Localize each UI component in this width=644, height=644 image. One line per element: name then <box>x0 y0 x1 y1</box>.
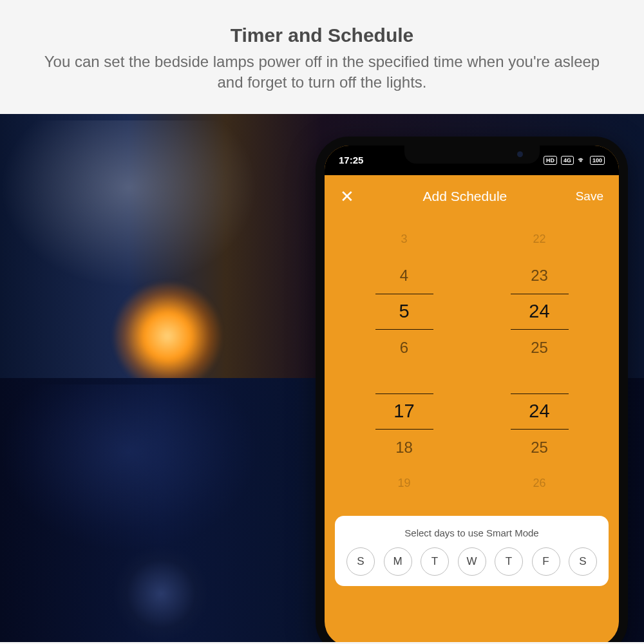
picker-cell-selected[interactable]: 5 <box>375 294 433 330</box>
status-time: 17:25 <box>339 155 363 166</box>
phone-notch <box>404 146 540 164</box>
marketing-header: Timer and Schedule You can set the bedsi… <box>0 0 644 114</box>
days-row: S M T W T F S <box>344 547 600 576</box>
day-chip-sun[interactable]: S <box>346 547 375 576</box>
bed-illustration <box>0 384 258 552</box>
smart-mode-days-card: Select days to use Smart Mode S M T W T … <box>335 516 609 586</box>
picker-col-right[interactable]: 22 23 24 25 26 <box>511 222 569 378</box>
front-camera-icon <box>517 151 523 157</box>
page-subtitle: You can set the bedside lamps power off … <box>39 52 605 93</box>
close-button[interactable]: ✕ <box>340 188 354 205</box>
day-chip-mon[interactable]: M <box>384 547 412 576</box>
time-picker[interactable]: 3 4 5 6 7 22 23 24 25 26 <box>325 218 619 378</box>
scene-lamp-on: 17:25 HD 4G ᯤ 100 ✕ Add Schedule Save 3 … <box>0 114 644 378</box>
day-chip-wed[interactable]: W <box>458 547 486 576</box>
time-picker[interactable]: 17 18 19 24 25 26 <box>325 393 619 502</box>
hd-badge-icon: HD <box>544 156 557 165</box>
day-chip-tue[interactable]: T <box>421 547 449 576</box>
picker-cell[interactable]: 23 <box>511 258 569 294</box>
picker-cell[interactable]: 6 <box>375 330 433 366</box>
lamp-glow-on <box>113 281 222 378</box>
day-chip-thu[interactable]: T <box>495 547 523 576</box>
wifi-icon: ᯤ <box>578 155 586 165</box>
picker-cell[interactable]: 22 <box>511 222 569 258</box>
picker-cell-selected[interactable]: 24 <box>511 393 569 430</box>
phone-mock-top: 17:25 HD 4G ᯤ 100 ✕ Add Schedule Save 3 … <box>316 137 628 378</box>
phone-screen: 17:25 HD 4G ᯤ 100 ✕ Add Schedule Save 3 … <box>325 146 619 378</box>
bed-illustration <box>0 120 258 288</box>
days-card-label: Select days to use Smart Mode <box>344 527 600 538</box>
picker-cell-selected[interactable]: 24 <box>511 294 569 330</box>
picker-cell[interactable]: 18 <box>375 430 433 466</box>
battery-icon: 100 <box>590 156 605 165</box>
day-chip-fri[interactable]: F <box>532 547 560 576</box>
picker-col-left[interactable]: 17 18 19 <box>375 393 433 502</box>
picker-cell[interactable]: 3 <box>375 222 433 258</box>
day-chip-sat[interactable]: S <box>569 547 597 576</box>
picker-cell[interactable]: 26 <box>511 366 569 378</box>
page-title: Timer and Schedule <box>39 24 605 46</box>
picker-col-left[interactable]: 3 4 5 6 7 <box>375 222 433 378</box>
lamp-glow-off <box>113 545 209 642</box>
picker-cell[interactable]: 19 <box>375 466 433 502</box>
scene-lamp-off: 17 18 19 24 25 26 Select days to use Sma… <box>0 378 644 642</box>
picker-cell[interactable]: 7 <box>375 366 433 378</box>
save-button[interactable]: Save <box>576 189 603 204</box>
signal-badge-icon: 4G <box>561 156 574 165</box>
status-indicators: HD 4G ᯤ 100 <box>544 155 605 165</box>
picker-cell[interactable]: 25 <box>511 430 569 466</box>
phone-screen: 17 18 19 24 25 26 Select days to use Sma… <box>325 378 619 642</box>
picker-cell[interactable]: 26 <box>511 466 569 502</box>
picker-cell-selected[interactable]: 17 <box>375 393 433 430</box>
picker-cell[interactable]: 25 <box>511 330 569 366</box>
phone-mock-bottom: 17 18 19 24 25 26 Select days to use Sma… <box>316 378 628 642</box>
picker-col-right[interactable]: 24 25 26 <box>511 393 569 502</box>
screen-title: Add Schedule <box>422 189 507 204</box>
add-schedule-navbar: ✕ Add Schedule Save <box>325 175 619 218</box>
picker-cell[interactable]: 4 <box>375 258 433 294</box>
